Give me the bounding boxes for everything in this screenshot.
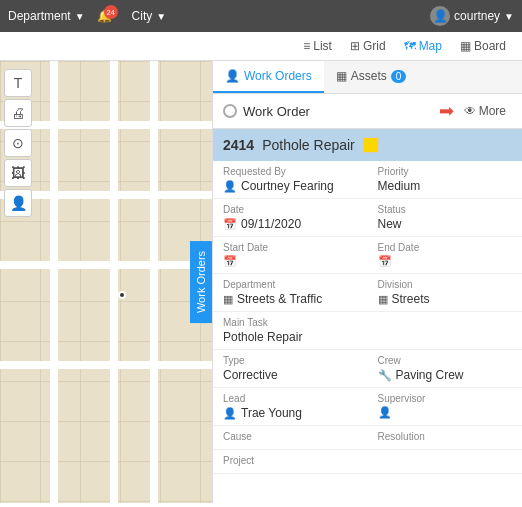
start-date-label: Start Date — [223, 242, 358, 253]
road-v-1 — [50, 61, 58, 503]
lead-person-icon: 👤 — [223, 407, 237, 420]
map-panel[interactable]: T 🖨 ⊙ 🖼 👤 Work Orders — [0, 61, 212, 503]
status-label: Status — [378, 204, 513, 215]
resolution-label: Resolution — [378, 431, 513, 442]
priority-field: Priority Medium — [368, 161, 523, 199]
list-view-button[interactable]: ≡ List — [295, 36, 340, 56]
cause-field: Cause — [213, 426, 368, 450]
assets-count-badge: 0 — [391, 70, 407, 83]
supervisor-field: Supervisor 👤 — [368, 388, 523, 426]
type-field: Type Corrective — [213, 350, 368, 388]
map-toolbar: T 🖨 ⊙ 🖼 👤 — [4, 69, 32, 217]
department-label: Department — [8, 9, 71, 23]
city-chevron-icon: ▼ — [156, 11, 166, 22]
requested-by-value: 👤 Courtney Fearing — [223, 179, 358, 193]
photo-tool-button[interactable]: 🖼 — [4, 159, 32, 187]
cause-label: Cause — [223, 431, 358, 442]
supervisor-value: 👤 — [378, 406, 513, 419]
map-icon: 🗺 — [404, 39, 416, 53]
project-label: Project — [223, 455, 512, 466]
date-value: 📅 09/11/2020 — [223, 217, 358, 231]
division-field: Division ▦ Streets — [368, 274, 523, 312]
right-panel: 👤 Work Orders ▦ Assets 0 Work Order ➡ 👁 … — [212, 61, 522, 503]
layer-tool-button[interactable]: ⊙ — [4, 129, 32, 157]
wo-id: 2414 — [223, 137, 254, 153]
list-label: List — [313, 39, 332, 53]
crew-value: 🔧 Paving Crew — [378, 368, 513, 382]
panel-tabs: 👤 Work Orders ▦ Assets 0 — [213, 61, 522, 94]
user-avatar-icon: 👤 — [430, 6, 450, 26]
work-orders-side-tab[interactable]: Work Orders — [190, 241, 212, 323]
user-chevron-icon: ▼ — [504, 11, 514, 22]
supervisor-label: Supervisor — [378, 393, 513, 404]
department-field-value: ▦ Streets & Traffic — [223, 292, 358, 306]
grid-view-button[interactable]: ⊞ Grid — [342, 36, 394, 56]
text-tool-button[interactable]: T — [4, 69, 32, 97]
project-field: Project — [213, 450, 522, 474]
grid-icon: ⊞ — [350, 39, 360, 53]
requested-by-field: Requested By 👤 Courtney Fearing — [213, 161, 368, 199]
assets-tab-icon: ▦ — [336, 69, 347, 83]
main-task-value: Pothole Repair — [223, 330, 512, 344]
list-icon: ≡ — [303, 39, 310, 53]
more-button[interactable]: 👁 More — [458, 102, 512, 120]
map-view-button[interactable]: 🗺 Map — [396, 36, 450, 56]
main-task-field: Main Task Pothole Repair — [213, 312, 522, 350]
type-label: Type — [223, 355, 358, 366]
assets-tab-label: Assets — [351, 69, 387, 83]
user-selector[interactable]: 👤 courtney ▼ — [430, 6, 514, 26]
status-field: Status New — [368, 199, 523, 237]
tab-assets[interactable]: ▦ Assets 0 — [324, 61, 419, 93]
start-date-field: Start Date 📅 — [213, 237, 368, 274]
view-toggle-bar: ≡ List ⊞ Grid 🗺 Map ▦ Board — [0, 32, 522, 61]
crew-label: Crew — [378, 355, 513, 366]
eye-icon: 👁 — [464, 104, 476, 118]
end-date-field: End Date 📅 — [368, 237, 523, 274]
tab-work-orders[interactable]: 👤 Work Orders — [213, 61, 324, 93]
city-selector[interactable]: City ▼ — [132, 9, 167, 23]
main-task-label: Main Task — [223, 317, 512, 328]
department-selector[interactable]: Department ▼ — [8, 9, 85, 23]
grid-label: Grid — [363, 39, 386, 53]
division-icon: ▦ — [378, 293, 388, 306]
notifications-bell[interactable]: 🔔 24 — [97, 9, 112, 23]
priority-label: Priority — [378, 166, 513, 177]
board-view-button[interactable]: ▦ Board — [452, 36, 514, 56]
lead-field: Lead 👤 Trae Young — [213, 388, 368, 426]
board-label: Board — [474, 39, 506, 53]
department-chevron-icon: ▼ — [75, 11, 85, 22]
map-marker — [118, 291, 126, 299]
work-orders-tab-icon: 👤 — [225, 69, 240, 83]
wo-detail-header: 2414 Pothole Repair — [213, 129, 522, 161]
priority-value: Medium — [378, 179, 513, 193]
date-field: Date 📅 09/11/2020 — [213, 199, 368, 237]
date-label: Date — [223, 204, 358, 215]
main-layout: T 🖨 ⊙ 🖼 👤 Work Orders 👤 Work Orders ▦ As… — [0, 61, 522, 503]
city-label: City — [132, 9, 153, 23]
calendar-end-icon: 📅 — [378, 255, 392, 268]
end-date-value: 📅 — [378, 255, 513, 268]
end-date-label: End Date — [378, 242, 513, 253]
road-h-4 — [0, 361, 212, 369]
user-label: courtney — [454, 9, 500, 23]
calendar-icon: 📅 — [223, 218, 237, 231]
print-tool-button[interactable]: 🖨 — [4, 99, 32, 127]
wo-row-header: Work Order ➡ 👁 More — [213, 94, 522, 129]
more-label: More — [479, 104, 506, 118]
type-value: Corrective — [223, 368, 358, 382]
crew-field: Crew 🔧 Paving Crew — [368, 350, 523, 388]
start-date-value: 📅 — [223, 255, 358, 268]
map-label: Map — [419, 39, 442, 53]
department-field-label: Department — [223, 279, 358, 290]
bell-badge: 24 — [104, 5, 118, 19]
top-nav: Department ▼ 🔔 24 City ▼ 👤 courtney ▼ — [0, 0, 522, 32]
lead-value: 👤 Trae Young — [223, 406, 358, 420]
wo-radio-button[interactable] — [223, 104, 237, 118]
lead-label: Lead — [223, 393, 358, 404]
person-icon: 👤 — [223, 180, 237, 193]
wo-color-indicator — [363, 137, 379, 153]
division-value: ▦ Streets — [378, 292, 513, 306]
wo-fields-grid: Requested By 👤 Courtney Fearing Priority… — [213, 161, 522, 474]
user-tool-button[interactable]: 👤 — [4, 189, 32, 217]
road-v-3 — [150, 61, 158, 503]
